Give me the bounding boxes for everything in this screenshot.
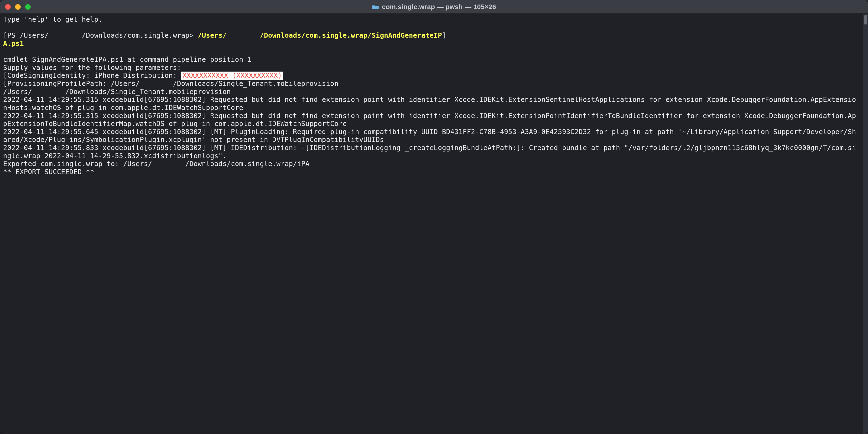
provprofile-user-redacted [140, 80, 173, 88]
supply-line: Supply values for the following paramete… [3, 64, 181, 71]
log-line-3: 2022-04-11 14:29:55.645 xcodebuild[67695… [3, 128, 856, 144]
folder-icon [372, 4, 378, 10]
bracket-open-2: [ [3, 71, 7, 80]
command-prefix: /Users/ [198, 31, 227, 39]
command-wrap: A.ps1 [3, 40, 24, 48]
exported-prefix: Exported com.single.wrap to: /Users/ [3, 160, 152, 168]
scrollbar-thumb[interactable] [864, 15, 867, 25]
echo-suffix: /Downloads/Single_Tenant.mobileprovision [65, 88, 231, 96]
window-controls [5, 4, 31, 10]
success-line: ** EXPORT SUCCEEDED ** [3, 168, 94, 176]
codesign-redacted: XXXXXXXXXXX (XXXXXXXXXX) [181, 71, 283, 80]
command-user-redacted [226, 31, 260, 39]
echo-prefix: /Users/ [3, 88, 32, 96]
log-line-2: 2022-04-11 14:29:55.315 xcodebuild[67695… [3, 112, 856, 128]
close-icon[interactable] [5, 4, 11, 10]
codesign-label: CodeSigningIdentity: iPhone Distribution… [7, 71, 181, 80]
help-line: Type 'help' to get help. [3, 16, 102, 23]
bracket-open: [ [3, 31, 7, 39]
terminal-window: com.single.wrap — pwsh — 105×26 Type 'he… [0, 0, 868, 434]
prompt-user-redacted [49, 31, 82, 39]
prompt-path: /Downloads/com.single.wrap> [82, 31, 194, 39]
scrollbar[interactable] [863, 13, 868, 434]
command-path: /Downloads/com.single.wrap/SignAndGenera… [260, 31, 442, 39]
window-title-text: com.single.wrap — pwsh — 105×26 [382, 3, 496, 11]
exported-user-redacted [152, 160, 185, 168]
echo-user-redacted [32, 88, 65, 96]
bracket-close: ] [442, 31, 446, 39]
terminal-output[interactable]: Type 'help' to get help. [PS /Users/ /Do… [0, 13, 863, 434]
exported-suffix: /Downloads/com.single.wrap/iPA [185, 160, 310, 168]
window-title: com.single.wrap — pwsh — 105×26 [372, 3, 496, 11]
log-line-4: 2022-04-11 14:29:55.833 xcodebuild[67695… [3, 144, 856, 160]
log-line-1: 2022-04-11 14:29:55.315 xcodebuild[67695… [3, 96, 856, 112]
bracket-open-3: [ [3, 80, 7, 88]
cmdlet-line: cmdlet SignAndGenerateIPA.ps1 at command… [3, 56, 252, 63]
terminal-body: Type 'help' to get help. [PS /Users/ /Do… [0, 13, 868, 434]
provprofile-suffix: /Downloads/Single_Tenant.mobileprovision [173, 80, 338, 88]
provprofile-label: ProvisioningProfilePath: /Users/ [7, 80, 140, 88]
zoom-icon[interactable] [25, 4, 31, 10]
minimize-icon[interactable] [15, 4, 21, 10]
titlebar: com.single.wrap — pwsh — 105×26 [0, 0, 868, 13]
prompt-prefix: PS /Users/ [7, 31, 49, 39]
